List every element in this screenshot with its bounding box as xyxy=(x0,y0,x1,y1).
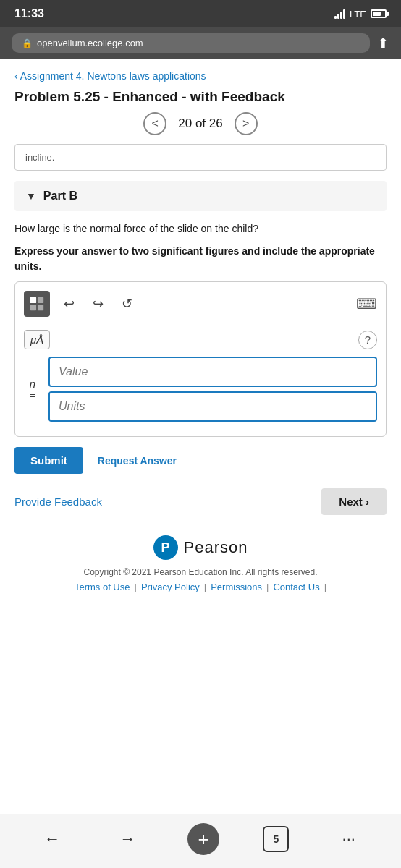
share-button[interactable]: ⬆ xyxy=(377,35,389,52)
status-bar: 11:33 LTE xyxy=(0,0,401,27)
part-arrow-icon: ▼ xyxy=(26,190,36,202)
privacy-link[interactable]: Privacy Policy xyxy=(141,582,200,592)
part-section: ▼ Part B xyxy=(14,181,387,211)
sep-4: | xyxy=(324,582,326,592)
feedback-row: Provide Feedback Next › xyxy=(14,488,387,515)
formula-icon xyxy=(29,296,45,312)
help-label: ? xyxy=(365,333,371,346)
permissions-link[interactable]: Permissions xyxy=(211,582,262,592)
nav-count: 20 of 26 xyxy=(178,116,222,131)
navigation-row: < 20 of 26 > xyxy=(14,112,387,135)
sep-2: | xyxy=(204,582,206,592)
undo-button[interactable]: ↩ xyxy=(59,294,79,314)
submit-button[interactable]: Submit xyxy=(14,447,83,474)
next-nav-button[interactable]: > xyxy=(235,112,258,135)
feedback-link[interactable]: Provide Feedback xyxy=(14,495,102,508)
back-link-text: ‹ Assignment 4. Newtons laws application… xyxy=(14,70,206,82)
forward-button[interactable]: → xyxy=(112,823,144,855)
part-label: Part B xyxy=(43,190,77,203)
svg-rect-0 xyxy=(30,297,36,303)
units-input[interactable] xyxy=(48,391,377,422)
tabs-badge[interactable]: 5 xyxy=(263,826,289,852)
main-content: ‹ Assignment 4. Newtons laws application… xyxy=(0,59,401,814)
bottom-nav: ← → + 5 ··· xyxy=(0,814,401,868)
pearson-p-icon: P xyxy=(153,535,178,560)
lock-icon: 🔒 xyxy=(22,38,33,48)
value-input[interactable] xyxy=(48,357,377,387)
keyboard-icon[interactable]: ⌨ xyxy=(356,295,377,312)
url-bar[interactable]: 🔒 openvellum.ecollege.com xyxy=(12,33,370,53)
mu-row: μÅ ? xyxy=(24,330,377,349)
url-text: openvellum.ecollege.com xyxy=(37,38,143,48)
tabs-count: 5 xyxy=(273,833,279,845)
browser-bar: 🔒 openvellum.ecollege.com ⬆ xyxy=(0,27,401,59)
status-time: 11:33 xyxy=(14,7,44,20)
input-row: n = xyxy=(24,357,377,422)
sep-1: | xyxy=(134,582,136,592)
question-line1: How large is the normal force of the sli… xyxy=(14,221,387,237)
battery-icon xyxy=(371,9,387,18)
more-button[interactable]: ··· xyxy=(333,823,365,855)
next-nav-icon: > xyxy=(242,117,249,130)
pearson-logo: P Pearson xyxy=(153,535,248,560)
back-button[interactable]: ← xyxy=(36,823,68,855)
pearson-section: P Pearson Copyright © 2021 Pearson Educa… xyxy=(14,535,387,592)
next-button[interactable]: Next › xyxy=(321,488,387,515)
submit-row: Submit Request Answer xyxy=(14,447,387,474)
formula-icon-box[interactable] xyxy=(24,291,50,317)
footer-links: Terms of Use | Privacy Policy | Permissi… xyxy=(75,582,326,592)
svg-rect-3 xyxy=(38,305,43,310)
status-icons: LTE xyxy=(334,9,387,20)
eq-symbol: = xyxy=(30,390,35,401)
pearson-name: Pearson xyxy=(184,538,248,557)
sep-3: | xyxy=(266,582,269,592)
svg-rect-1 xyxy=(38,297,43,303)
terms-link[interactable]: Terms of Use xyxy=(75,582,130,592)
redo-button[interactable]: ↪ xyxy=(88,294,108,314)
incline-box: incline. xyxy=(14,144,387,171)
mu-label: μÅ xyxy=(24,330,50,349)
copyright-text: Copyright © 2021 Pearson Education Inc. … xyxy=(83,567,317,577)
inputs-stack xyxy=(48,357,377,422)
n-symbol: n xyxy=(30,378,35,390)
contact-link[interactable]: Contact Us xyxy=(273,582,319,592)
help-icon[interactable]: ? xyxy=(358,331,377,349)
new-tab-button[interactable]: + xyxy=(187,823,219,855)
toolbar: ↩ ↪ ↺ ⌨ xyxy=(24,291,377,323)
input-label: n = xyxy=(24,378,41,401)
refresh-button[interactable]: ↺ xyxy=(117,294,137,314)
prev-nav-button[interactable]: < xyxy=(143,112,166,135)
lte-label: LTE xyxy=(350,9,366,20)
prev-nav-icon: < xyxy=(152,117,159,130)
back-link[interactable]: ‹ Assignment 4. Newtons laws application… xyxy=(14,70,387,82)
signal-icon xyxy=(334,9,345,19)
incline-text: incline. xyxy=(25,152,54,163)
svg-rect-2 xyxy=(30,305,36,310)
question-line2: Express your answer to two significant f… xyxy=(14,244,387,274)
request-answer-link[interactable]: Request Answer xyxy=(98,455,177,467)
problem-title: Problem 5.25 - Enhanced - with Feedback xyxy=(14,89,387,105)
answer-box: ↩ ↪ ↺ ⌨ μÅ ? n = xyxy=(14,281,387,437)
